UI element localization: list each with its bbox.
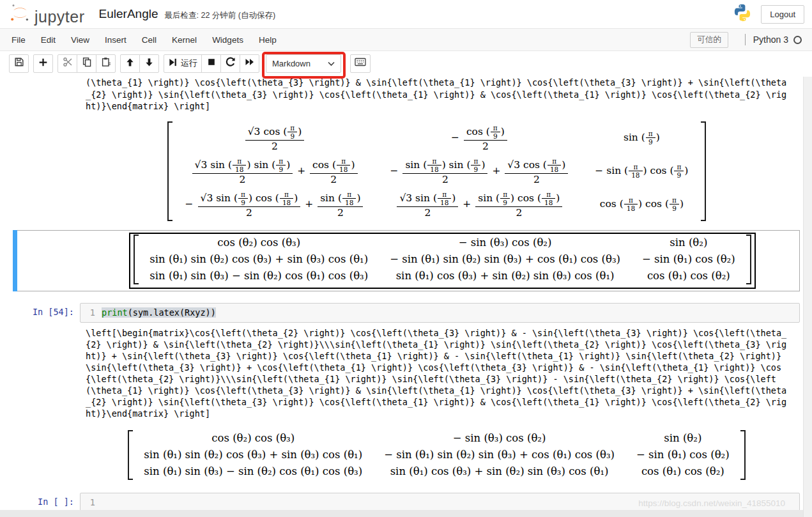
menubar: File Edit View Insert Cell Kernel Widget… xyxy=(0,29,812,51)
paste-button[interactable] xyxy=(96,54,116,73)
command-palette-button[interactable] xyxy=(350,54,371,73)
annotation-red-box: Markdown xyxy=(266,54,341,73)
save-button[interactable] xyxy=(9,54,29,73)
notebook-area: (\theta_{1} \right)} \cos{\left(\theta_{… xyxy=(0,77,812,517)
rendered-matrix-theta-boxed: cos (θ₂) cos (θ₃)− sin (θ₃) cos (θ₂)sin … xyxy=(134,235,751,284)
kernel-status-icon xyxy=(793,36,802,44)
fast-forward-icon xyxy=(245,57,255,70)
code-cell[interactable]: In [54]: 1 print(sym.latex(Rxyz)) xyxy=(0,303,800,323)
cell-type-value: Markdown xyxy=(272,59,310,68)
menu-insert[interactable]: Insert xyxy=(97,30,134,50)
rendered-matrix-numeric-wrap: √3 cos (π9)2− cos (π9)2sin (π9)√3 sin (π… xyxy=(86,121,788,224)
menu-widgets[interactable]: Widgets xyxy=(204,30,251,50)
latex-output-text: \left[\begin{matrix}\cos{\left(\theta_{2… xyxy=(86,327,788,419)
kernel-separator xyxy=(745,34,746,45)
cut-icon xyxy=(63,57,73,70)
restart-run-all-button[interactable] xyxy=(240,54,259,73)
input-prompt: In [54]: xyxy=(0,303,80,317)
header: jupyter EulerAngle 最后检查: 22 分钟前 (自动保存) L… xyxy=(0,0,812,29)
code-rest: (sym.latex(Rxyz)) xyxy=(128,307,216,318)
toolbar: 运行 Markdown xyxy=(0,51,812,75)
run-button[interactable]: 运行 xyxy=(164,54,202,73)
code-line[interactable]: print(sym.latex(Rxyz)) xyxy=(99,304,218,322)
menu-view[interactable]: View xyxy=(63,30,97,50)
rendered-matrix-numeric: √3 cos (π9)2− cos (π9)2sin (π9)√3 sin (π… xyxy=(167,121,707,221)
highlight-box: cos (θ₂) cos (θ₃)− sin (θ₃) cos (θ₂)sin … xyxy=(129,233,755,289)
python-logo-icon xyxy=(733,3,752,25)
cell-type-select[interactable]: Markdown xyxy=(266,54,341,73)
line-number: 1 xyxy=(80,304,99,322)
code-keyword: print xyxy=(102,307,128,318)
rendered-matrix-theta: cos (θ₂) cos (θ₃)− sin (θ₃) cos (θ₂)sin … xyxy=(128,430,745,480)
restart-kernel-button[interactable] xyxy=(220,54,240,73)
paste-icon xyxy=(101,57,111,70)
csdn-watermark: https://blog.csdn.net/weixin_41855010 xyxy=(638,498,785,508)
autosave-status: 最后检查: 22 分钟前 (自动保存) xyxy=(165,8,276,21)
markdown-source-overflow-text: (\theta_{1} \right)} \cos{\left(\theta_{… xyxy=(86,77,788,112)
run-icon xyxy=(168,58,178,70)
code-input-area[interactable]: 1 print(sym.latex(Rxyz)) xyxy=(80,303,800,323)
menu-edit[interactable]: Edit xyxy=(33,30,63,50)
menu-help[interactable]: Help xyxy=(251,30,284,50)
menu-file[interactable]: File xyxy=(4,30,33,50)
move-up-icon xyxy=(125,58,135,70)
jupyter-logo-text: jupyter xyxy=(34,8,85,26)
notebook-scrollbar[interactable] xyxy=(803,77,812,517)
logout-button[interactable]: Logout xyxy=(761,5,804,24)
empty-input-prompt: In [ ]: xyxy=(0,493,80,507)
interrupt-kernel-button[interactable] xyxy=(201,54,221,73)
empty-line-number: 1 xyxy=(80,493,99,512)
move-down-icon xyxy=(144,58,154,70)
add-cell-button[interactable] xyxy=(33,54,53,73)
keyboard-icon xyxy=(355,58,366,69)
bottom-strip xyxy=(0,510,812,517)
kernel-name: Python 3 xyxy=(753,35,788,45)
rendered-matrix-theta-wrap: cos (θ₂) cos (θ₃)− sin (θ₃) cos (θ₂)sin … xyxy=(86,430,788,482)
cell-selection-bar xyxy=(13,230,17,291)
menu-kernel[interactable]: Kernel xyxy=(164,30,204,50)
cut-button[interactable] xyxy=(57,54,77,73)
trusted-badge[interactable]: 可信的 xyxy=(690,32,728,48)
copy-button[interactable] xyxy=(77,54,96,73)
menu-cell[interactable]: Cell xyxy=(134,30,164,50)
notebook-title[interactable]: EulerAngle xyxy=(99,7,158,21)
move-down-button[interactable] xyxy=(139,54,159,73)
jupyter-logo-icon xyxy=(9,2,31,26)
chevron-down-icon xyxy=(328,59,335,68)
save-icon xyxy=(14,57,24,70)
restart-icon xyxy=(226,57,236,70)
run-button-label: 运行 xyxy=(181,58,197,69)
selected-markdown-cell[interactable]: cos (θ₂) cos (θ₃)− sin (θ₃) cos (θ₂)sin … xyxy=(13,230,800,291)
copy-icon xyxy=(82,57,92,70)
stop-icon xyxy=(207,58,216,69)
move-up-button[interactable] xyxy=(120,54,140,73)
add-cell-icon xyxy=(38,58,48,70)
jupyter-logo[interactable]: jupyter xyxy=(9,2,85,26)
